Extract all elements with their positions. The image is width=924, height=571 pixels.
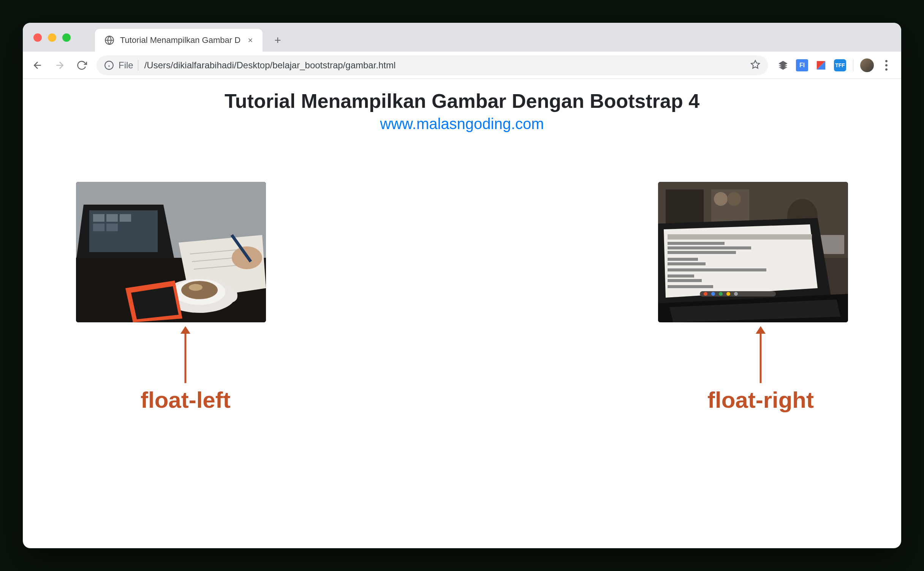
browser-window: Tutorial Menampilkan Gambar D + File /Us… — [23, 23, 901, 548]
svg-rect-14 — [93, 214, 104, 222]
svg-point-56 — [719, 292, 723, 296]
title-bar: Tutorial Menampilkan Gambar D + — [23, 23, 901, 52]
new-tab-button[interactable]: + — [267, 30, 288, 51]
svg-point-55 — [711, 292, 715, 296]
svg-rect-46 — [668, 251, 736, 254]
info-icon[interactable] — [104, 60, 114, 70]
svg-marker-64 — [756, 326, 766, 334]
svg-point-58 — [734, 292, 738, 296]
toolbar-divider — [853, 59, 853, 71]
extension-icons: FI TFF — [772, 58, 897, 72]
extension-icon-3[interactable] — [815, 59, 827, 71]
forward-button[interactable] — [49, 55, 70, 76]
page-content: Tutorial Menampilkan Gambar Dengan Boots… — [23, 79, 901, 548]
svg-rect-15 — [106, 214, 118, 222]
window-controls — [33, 33, 71, 42]
svg-rect-49 — [668, 268, 766, 271]
svg-rect-17 — [93, 224, 104, 231]
svg-point-57 — [726, 292, 730, 296]
reload-button[interactable] — [71, 55, 92, 76]
globe-icon — [104, 35, 115, 46]
extension-icon-1[interactable] — [777, 59, 789, 71]
address-bar: File /Users/dikialfarabihadi/Desktop/bel… — [23, 52, 901, 79]
svg-rect-44 — [668, 242, 725, 245]
url-scheme: File — [119, 60, 138, 71]
extension-icon-4[interactable]: TFF — [834, 59, 846, 71]
svg-point-37 — [727, 192, 741, 206]
maximize-window-button[interactable] — [62, 33, 71, 42]
browser-tab[interactable]: Tutorial Menampilkan Gambar D — [95, 29, 263, 52]
svg-rect-45 — [668, 246, 751, 249]
tab-title: Tutorial Menampilkan Gambar D — [120, 35, 240, 45]
page-subtitle-link[interactable]: www.malasngoding.com — [23, 115, 901, 132]
svg-rect-51 — [668, 279, 702, 282]
kebab-menu-icon[interactable] — [881, 60, 892, 71]
svg-rect-16 — [120, 214, 131, 222]
close-tab-icon[interactable] — [246, 36, 255, 45]
svg-rect-48 — [668, 262, 706, 265]
svg-marker-62 — [180, 326, 190, 334]
image-area: float-left float-right — [23, 132, 901, 474]
svg-point-54 — [704, 292, 707, 296]
profile-avatar[interactable] — [860, 58, 874, 72]
annotation-float-left: float-left — [141, 326, 231, 413]
url-path: /Users/dikialfarabihadi/Desktop/belajar_… — [143, 60, 396, 71]
arrow-up-icon — [751, 326, 770, 383]
svg-marker-9 — [751, 60, 759, 68]
svg-rect-18 — [106, 224, 118, 231]
url-bar[interactable]: File /Users/dikialfarabihadi/Desktop/bel… — [97, 55, 768, 75]
svg-rect-43 — [668, 234, 812, 240]
minimize-window-button[interactable] — [48, 33, 56, 42]
page-title: Tutorial Menampilkan Gambar Dengan Boots… — [23, 90, 901, 112]
bookmark-star-icon[interactable] — [750, 60, 760, 71]
annotation-right-label: float-right — [707, 387, 814, 413]
close-window-button[interactable] — [33, 33, 42, 42]
annotation-float-right: float-right — [707, 326, 814, 413]
svg-rect-50 — [668, 274, 694, 278]
float-right-image — [658, 182, 848, 322]
annotation-left-label: float-left — [141, 387, 231, 413]
svg-point-36 — [714, 192, 728, 206]
float-left-image — [76, 182, 266, 322]
arrow-up-icon — [176, 326, 195, 383]
svg-rect-52 — [668, 285, 713, 288]
svg-rect-47 — [668, 258, 698, 261]
extension-icon-2[interactable]: FI — [796, 59, 808, 71]
back-button[interactable] — [27, 55, 48, 76]
svg-point-29 — [189, 284, 203, 291]
